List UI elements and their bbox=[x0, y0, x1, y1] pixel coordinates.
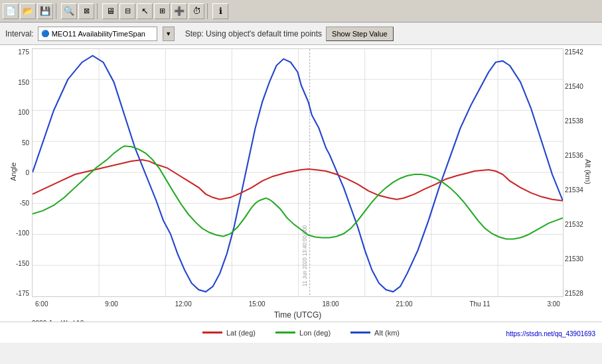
y-axis-left: 175 150 100 50 0 -50 -100 -150 -175 bbox=[0, 48, 32, 297]
separator2 bbox=[97, 3, 100, 19]
add-button[interactable]: ➕ bbox=[171, 3, 187, 19]
select-button[interactable]: ↖ bbox=[137, 3, 153, 19]
y-right-label-3: 21536 bbox=[565, 152, 583, 159]
y-axis-right: 21542 21540 21538 21536 21534 21532 2153… bbox=[562, 48, 602, 297]
y-right-label-5: 21532 bbox=[565, 221, 583, 228]
legend-alt-label: Alt (km) bbox=[374, 329, 400, 337]
info-button[interactable]: ℹ bbox=[212, 3, 228, 19]
step-label: Step: Using object's default time points bbox=[185, 29, 322, 38]
y-left-label-2: 100 bbox=[18, 109, 29, 116]
y-right-label-1: 21540 bbox=[565, 83, 583, 90]
y-left-label-3: 50 bbox=[22, 139, 29, 147]
chart-area: Civil Air Patrol Use Only Angle Alt (km)… bbox=[0, 45, 602, 343]
legend-bar: Lat (deg) Lon (deg) Alt (km) https://sts… bbox=[0, 322, 602, 343]
interval-bar: Interval: 🔵 MEO11 AvailabilityTimeSpan ▼… bbox=[0, 23, 602, 45]
interval-label: Interval: bbox=[5, 29, 34, 38]
legend-lon: Lon (deg) bbox=[275, 329, 331, 337]
grid2-button[interactable]: ⊞ bbox=[154, 3, 170, 19]
url-bar[interactable]: https://stsdn.net/qq_43901693 bbox=[506, 330, 595, 337]
y-left-label-6: -100 bbox=[16, 229, 29, 237]
legend-alt-line bbox=[350, 332, 370, 334]
separator3 bbox=[207, 3, 210, 19]
interval-icon: 🔵 bbox=[41, 30, 49, 37]
y-left-label-1: 150 bbox=[18, 79, 29, 86]
lon-line bbox=[33, 146, 563, 239]
chart-svg: 11 Jun 2020 13:40:00.000 bbox=[33, 49, 563, 296]
legend-lon-label: Lon (deg) bbox=[299, 329, 331, 337]
legend-lat: Lat (deg) bbox=[202, 329, 256, 337]
save-button[interactable]: 💾 bbox=[37, 3, 53, 19]
legend-lon-line bbox=[275, 332, 295, 334]
grid-button[interactable]: ⊟ bbox=[119, 3, 135, 19]
legend-alt: Alt (km) bbox=[350, 329, 400, 337]
interval-select[interactable]: 🔵 MEO11 AvailabilityTimeSpan bbox=[38, 27, 157, 41]
legend-lat-line bbox=[202, 332, 222, 334]
y-right-label-7: 21528 bbox=[565, 290, 583, 297]
plot-area[interactable]: 11 Jun 2020 13:40:00.000 bbox=[32, 48, 564, 297]
zoom-fit-button[interactable]: ⊠ bbox=[78, 3, 94, 19]
y-left-label-8: -175 bbox=[16, 290, 29, 297]
interval-value: MEO11 AvailabilityTimeSpan bbox=[52, 30, 154, 38]
y-left-label-7: -150 bbox=[16, 260, 29, 267]
y-left-label-4: 0 bbox=[25, 169, 29, 176]
separator bbox=[56, 3, 58, 19]
new-button[interactable]: 📄 bbox=[3, 3, 19, 19]
y-right-label-2: 21538 bbox=[565, 117, 583, 125]
lat-line bbox=[33, 160, 563, 201]
y-left-label-5: -50 bbox=[20, 200, 29, 207]
show-step-value-button[interactable]: Show Step Value bbox=[326, 27, 394, 41]
y-right-label-6: 21530 bbox=[565, 255, 583, 263]
clock-button[interactable]: ⏱ bbox=[188, 3, 204, 19]
interval-dropdown-button[interactable]: ▼ bbox=[163, 27, 175, 41]
view-button[interactable]: 🖥 bbox=[102, 3, 118, 19]
toolbar: 📄 📂 💾 🔍 ⊠ 🖥 ⊟ ↖ ⊞ ➕ ⏱ ℹ bbox=[0, 0, 602, 23]
x-axis-title: Time (UTCG) bbox=[32, 310, 564, 320]
legend-lat-label: Lat (deg) bbox=[226, 329, 256, 337]
zoom-in-button[interactable]: 🔍 bbox=[61, 3, 77, 19]
open-button[interactable]: 📂 bbox=[20, 3, 36, 19]
y-left-label-0: 175 bbox=[18, 48, 29, 56]
y-right-label-4: 21534 bbox=[565, 186, 583, 194]
alt-line bbox=[33, 56, 563, 292]
y-right-label-0: 21542 bbox=[565, 48, 583, 56]
